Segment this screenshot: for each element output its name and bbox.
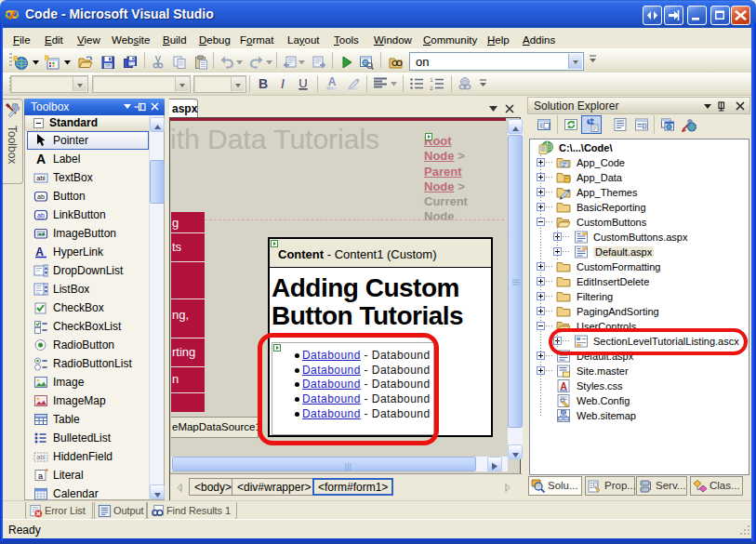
svg-text:U: U bbox=[298, 76, 307, 90]
svg-text:1: 1 bbox=[430, 77, 433, 83]
svg-text:A: A bbox=[36, 152, 46, 166]
svg-text:I: I bbox=[281, 76, 285, 91]
svg-text:ab: ab bbox=[37, 212, 45, 219]
svg-text:ab: ab bbox=[37, 193, 45, 200]
svg-text:2: 2 bbox=[430, 86, 433, 91]
svg-text:abl: abl bbox=[36, 454, 46, 460]
svg-text:abl: abl bbox=[36, 175, 46, 181]
svg-text:B: B bbox=[259, 76, 268, 91]
svg-text:A: A bbox=[560, 381, 566, 391]
svg-text:a: a bbox=[38, 471, 43, 481]
svg-text:A: A bbox=[328, 76, 337, 88]
